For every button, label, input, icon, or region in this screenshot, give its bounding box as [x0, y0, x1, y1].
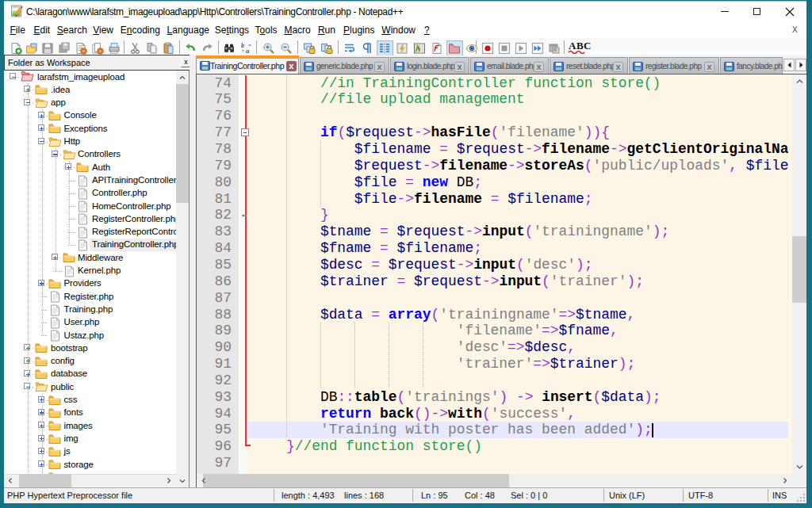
svg-text:b: b	[241, 42, 244, 49]
svg-text:a: a	[246, 47, 250, 55]
